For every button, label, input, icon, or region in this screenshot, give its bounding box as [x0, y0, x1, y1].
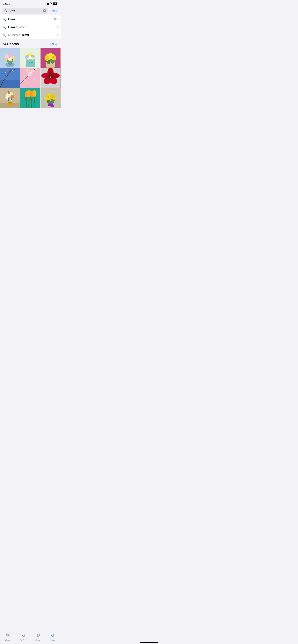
- wifi-icon: [50, 2, 52, 5]
- svg-point-77: [7, 99, 8, 100]
- photo-item[interactable]: [0, 88, 20, 108]
- suggestion-text: Christmas Flower: [8, 34, 55, 36]
- suggestion-count: 1: [57, 34, 58, 36]
- svg-point-51: [29, 73, 30, 75]
- photo-item[interactable]: [41, 88, 61, 108]
- svg-point-6: [9, 52, 14, 57]
- svg-point-41: [14, 71, 14, 72]
- signal-bars-icon: [46, 3, 49, 5]
- svg-point-76: [8, 92, 11, 94]
- svg-point-79: [9, 98, 9, 98]
- see-all-button[interactable]: See All: [50, 42, 58, 46]
- photo-item[interactable]: [20, 88, 40, 108]
- search-bar-container: 🔍 flower ✕ Cancel: [0, 6, 61, 15]
- svg-point-38: [3, 71, 4, 72]
- battery-icon: 48: [53, 2, 57, 5]
- photo-item[interactable]: [0, 48, 20, 68]
- svg-rect-14: [26, 59, 35, 67]
- search-bar[interactable]: 🔍 flower ✕: [3, 8, 48, 14]
- svg-point-11: [8, 58, 11, 60]
- photos-header: 54 Photos See All: [0, 42, 61, 48]
- svg-text:FLOWER: FLOWER: [29, 62, 33, 63]
- search-icon: 🔍: [3, 33, 6, 37]
- svg-point-35: [50, 54, 52, 56]
- svg-point-43: [10, 70, 11, 70]
- svg-point-99: [45, 97, 48, 100]
- status-icons: 48: [46, 2, 57, 5]
- suggestion-christmas-flower[interactable]: 🔍 Christmas Flower 1: [0, 31, 61, 39]
- svg-point-42: [8, 70, 8, 71]
- search-icon: 🔍: [3, 26, 6, 29]
- photos-section: 54 Photos See All: [0, 39, 61, 108]
- suggestion-count: 1: [57, 26, 58, 29]
- cancel-button[interactable]: Cancel: [50, 9, 58, 12]
- status-time: 11:21: [3, 2, 10, 5]
- svg-point-68: [50, 77, 51, 78]
- svg-point-8: [4, 58, 8, 61]
- svg-point-34: [52, 56, 54, 58]
- svg-point-52: [27, 71, 29, 72]
- suggestion-text: Flowerpot: [8, 18, 52, 21]
- svg-point-75: [11, 95, 14, 98]
- photo-grid: FLOWER shop: [0, 48, 61, 108]
- suggestion-flower-garden[interactable]: 🔍 Flower Garden 1: [0, 23, 61, 31]
- svg-point-50: [30, 72, 32, 74]
- suggestions-list: 🔍 Flowerpot 107 🔍 Flower Garden 1 🔍 Chri…: [0, 15, 61, 39]
- svg-rect-44: [20, 68, 40, 88]
- svg-point-20: [27, 57, 30, 60]
- photo-item[interactable]: [41, 68, 61, 88]
- svg-point-81: [8, 94, 9, 96]
- svg-point-71: [8, 102, 13, 104]
- clear-button[interactable]: ✕: [43, 9, 46, 12]
- svg-point-87: [33, 90, 37, 97]
- svg-point-97: [50, 94, 52, 97]
- svg-point-5: [5, 54, 9, 58]
- search-input[interactable]: flower: [9, 9, 42, 12]
- photos-count: 54 Photos: [3, 42, 19, 46]
- search-icon: 🔍: [3, 18, 6, 21]
- search-bar-icon: 🔍: [4, 9, 8, 12]
- photo-item[interactable]: [20, 68, 40, 88]
- svg-point-80: [11, 100, 12, 101]
- suggestion-text: Flower Garden: [8, 26, 55, 29]
- svg-point-12: [10, 59, 12, 61]
- svg-point-21: [31, 57, 34, 60]
- suggestion-flowerpot[interactable]: 🔍 Flowerpot 107: [0, 15, 61, 23]
- svg-point-74: [6, 96, 9, 99]
- svg-point-82: [11, 94, 12, 95]
- status-bar: 11:21 48: [0, 0, 61, 6]
- svg-point-39: [5, 72, 6, 73]
- svg-point-40: [12, 70, 13, 71]
- suggestion-count: 107: [54, 18, 58, 21]
- photo-item[interactable]: [0, 68, 20, 88]
- svg-point-33: [47, 56, 50, 58]
- bottom-spacer: [0, 108, 61, 121]
- photo-item[interactable]: [41, 48, 61, 68]
- svg-point-78: [10, 98, 11, 100]
- svg-point-100: [53, 96, 57, 100]
- svg-text:shop: shop: [29, 64, 31, 64]
- photo-item[interactable]: FLOWER shop: [20, 48, 40, 68]
